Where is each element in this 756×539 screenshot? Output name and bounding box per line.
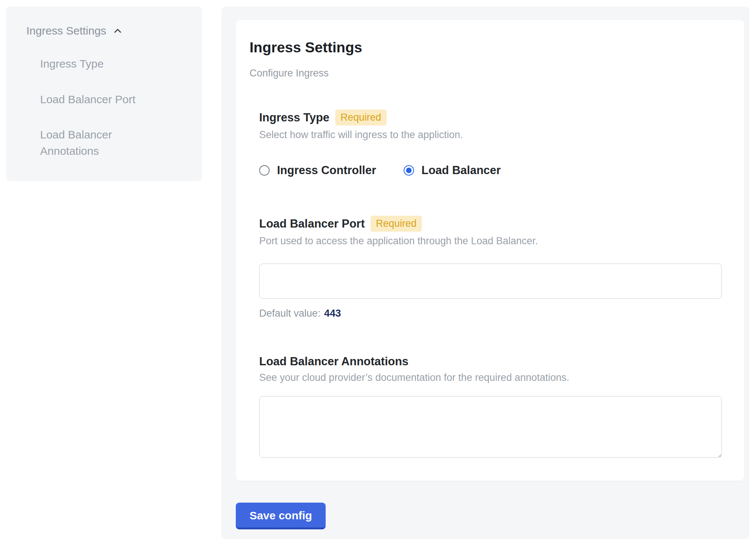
sidebar-nav: Ingress Type Load Balancer Port Load Bal…: [26, 56, 186, 159]
sidebar-item-ingress-type[interactable]: Ingress Type: [40, 56, 163, 72]
default-value: 443: [324, 308, 341, 319]
load-balancer-port-input[interactable]: [259, 264, 722, 299]
sidebar-section-label: Ingress Settings: [26, 24, 106, 37]
default-value-row: Default value:443: [259, 308, 722, 319]
radio-icon: [404, 165, 414, 176]
radio-option-load-balancer[interactable]: Load Balancer: [404, 164, 501, 177]
load-balancer-annotations-description: See your cloud provider’s documentation …: [259, 372, 722, 383]
sidebar-item-load-balancer-annotations[interactable]: Load Balancer Annotations: [40, 127, 163, 159]
settings-nav-sidebar: Ingress Settings Ingress Type Load Balan…: [6, 7, 202, 181]
sidebar-item-load-balancer-port[interactable]: Load Balancer Port: [40, 91, 163, 108]
chevron-up-icon: [112, 25, 123, 36]
ingress-type-description: Select how traffic will ingress to the a…: [259, 129, 722, 141]
default-value-label: Default value:: [259, 308, 320, 319]
ingress-type-section: Ingress Type Required Select how traffic…: [250, 110, 722, 141]
radio-option-label: Ingress Controller: [277, 164, 376, 177]
load-balancer-annotations-section: Load Balancer Annotations See your cloud…: [250, 355, 722, 458]
radio-option-ingress-controller[interactable]: Ingress Controller: [259, 164, 376, 177]
ingress-type-label: Ingress Type: [259, 111, 329, 124]
save-config-button[interactable]: Save config: [236, 503, 326, 529]
radio-option-label: Load Balancer: [421, 164, 501, 177]
required-badge: Required: [335, 110, 387, 125]
load-balancer-annotations-label: Load Balancer Annotations: [259, 355, 408, 368]
load-balancer-annotations-input[interactable]: [259, 396, 722, 458]
page-title: Ingress Settings: [250, 39, 722, 56]
load-balancer-port-section: Load Balancer Port Required Port used to…: [250, 216, 722, 319]
load-balancer-port-description: Port used to access the application thro…: [259, 235, 722, 247]
main-panel: Ingress Settings Configure Ingress Ingre…: [221, 7, 749, 539]
radio-icon: [259, 165, 270, 176]
load-balancer-port-label: Load Balancer Port: [259, 217, 365, 231]
sidebar-section-ingress-settings[interactable]: Ingress Settings: [26, 24, 186, 37]
required-badge: Required: [371, 216, 422, 232]
page-subtitle: Configure Ingress: [250, 68, 722, 79]
ingress-type-radio-group: Ingress Controller Load Balancer: [250, 164, 722, 177]
ingress-settings-card: Ingress Settings Configure Ingress Ingre…: [236, 20, 744, 481]
